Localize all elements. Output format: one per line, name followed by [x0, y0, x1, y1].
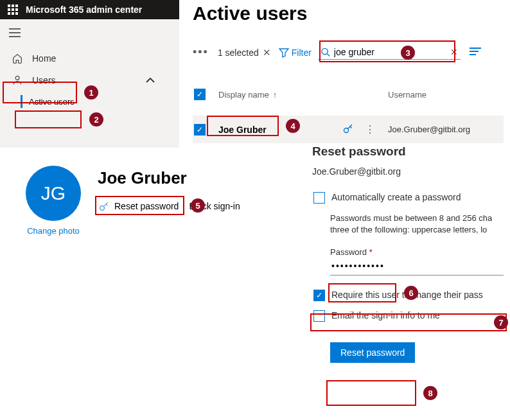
auto-create-label: Automatically create a password: [331, 192, 461, 202]
home-icon: [12, 53, 23, 64]
page-title: Active users: [193, 3, 307, 24]
svg-line-14: [106, 204, 108, 206]
callout-badge-6: 6: [404, 286, 418, 300]
key-icon: [98, 200, 110, 213]
svg-point-3: [15, 76, 19, 80]
profile-display-name: Joe Gruber: [98, 168, 240, 188]
email-info-label: Email the sign-in info to me: [331, 310, 440, 320]
filter-button[interactable]: Filter: [279, 48, 312, 58]
nav-accent: [21, 95, 22, 108]
toolbar: ••• 1 selected ✕ Filter ✕: [193, 45, 504, 60]
app-launcher-icon[interactable]: [8, 4, 18, 15]
row-checkbox[interactable]: [194, 124, 206, 136]
search-clear-icon[interactable]: ✕: [450, 47, 458, 57]
auto-create-option[interactable]: Automatically create a password: [312, 192, 505, 204]
select-all-checkbox[interactable]: [194, 89, 206, 100]
email-info-option[interactable]: Email the sign-in info to me: [312, 310, 505, 322]
app-title: Microsoft 365 admin center: [26, 4, 142, 15]
global-header: Microsoft 365 admin center: [0, 0, 179, 19]
panel-email: Joe.Gruber@gitbit.org: [312, 166, 505, 177]
nav-home[interactable]: Home: [0, 48, 179, 69]
require-change-checkbox[interactable]: [313, 290, 325, 301]
callout-badge-4: 4: [286, 119, 300, 133]
row-more-icon[interactable]: ⋮: [365, 123, 375, 136]
nav-users-label: Users: [32, 75, 56, 85]
password-input[interactable]: [330, 257, 504, 276]
svg-point-9: [344, 128, 349, 133]
nav-active-users-label: Active users: [29, 97, 75, 107]
svg-point-4: [322, 48, 328, 54]
reset-password-button[interactable]: Reset password: [330, 342, 415, 363]
panel-title: Reset password: [312, 144, 505, 159]
more-actions-icon[interactable]: •••: [193, 46, 209, 59]
callout-badge-3: 3: [401, 46, 415, 60]
password-hint: Passwords must be between 8 and 256 cha …: [330, 213, 505, 236]
auto-create-checkbox[interactable]: [313, 192, 325, 204]
filter-icon: [279, 48, 289, 58]
search-input[interactable]: [334, 47, 446, 57]
change-photo-link[interactable]: Change photo: [26, 226, 81, 236]
clear-selection-icon[interactable]: ✕: [263, 47, 271, 58]
search-box[interactable]: ✕: [318, 45, 461, 60]
svg-point-12: [100, 206, 105, 211]
reset-password-panel: Reset password Joe.Gruber@gitbit.org Aut…: [312, 144, 505, 363]
row-display-name[interactable]: Joe Gruber: [218, 125, 342, 135]
column-display-name[interactable]: Display name ↑: [218, 90, 388, 100]
left-nav: Home Users Active users: [0, 19, 179, 148]
selection-count: 1 selected: [218, 48, 259, 58]
nav-home-label: Home: [32, 53, 56, 64]
svg-line-11: [350, 127, 352, 128]
hamburger-icon[interactable]: [0, 19, 179, 48]
sort-asc-icon: ↑: [273, 90, 277, 100]
email-info-checkbox[interactable]: [313, 310, 325, 322]
view-options-icon[interactable]: [470, 47, 481, 58]
column-username[interactable]: Username: [388, 90, 504, 100]
user-icon: [12, 74, 23, 86]
callout-badge-2: 2: [89, 112, 103, 127]
callout-box-8: [326, 380, 416, 406]
user-profile: JG Change photo Joe Gruber Reset passwor…: [26, 166, 240, 236]
callout-badge-8: 8: [423, 386, 437, 400]
filter-label: Filter: [292, 48, 312, 58]
chevron-up-icon: [145, 74, 156, 86]
password-label: Password *: [330, 247, 505, 257]
callout-badge-5: 5: [191, 198, 205, 213]
avatar: JG: [26, 166, 81, 221]
svg-line-5: [327, 54, 330, 57]
profile-reset-password[interactable]: Reset password: [98, 200, 179, 213]
row-reset-password-icon[interactable]: [342, 122, 355, 137]
row-username: Joe.Gruber@gitbit.org: [388, 125, 504, 134]
table-header: Display name ↑ Username: [193, 89, 504, 100]
search-icon: [321, 47, 330, 57]
callout-badge-7: 7: [494, 315, 508, 329]
callout-badge-1: 1: [84, 85, 98, 100]
table-row[interactable]: Joe Gruber ⋮ Joe.Gruber@gitbit.org: [193, 116, 504, 143]
